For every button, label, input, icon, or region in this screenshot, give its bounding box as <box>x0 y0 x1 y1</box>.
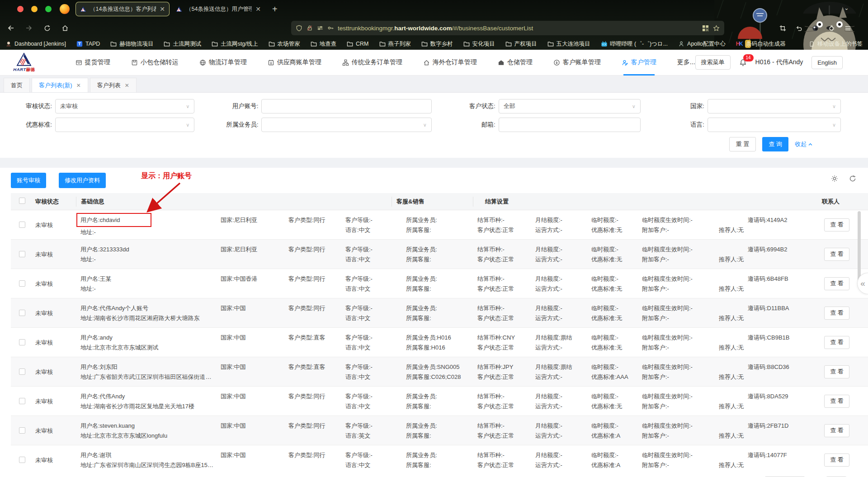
undo-extension-icon[interactable] <box>796 25 802 32</box>
view-button[interactable]: 查看 <box>824 365 849 378</box>
reset-button[interactable]: 重 置 <box>729 137 756 151</box>
bookmark-item[interactable]: 赫德物流项目 <box>110 40 153 48</box>
nav-item[interactable]: 供应商账单管理 <box>268 50 321 76</box>
notification-bell-icon[interactable]: 14 <box>739 59 747 66</box>
window-close-button[interactable] <box>17 6 24 12</box>
home-icon[interactable] <box>58 21 72 35</box>
page-tab-home[interactable]: 首页 <box>4 78 30 92</box>
search-menu-button[interactable]: 搜索菜单 <box>695 55 731 70</box>
bookmark-item[interactable]: HK条码自动生成器 <box>736 40 786 48</box>
view-button[interactable]: 查看 <box>824 336 849 349</box>
tab-close-icon[interactable]: ✕ <box>255 5 261 13</box>
page-tab-customer-list-new[interactable]: 客户列表(新)✕ <box>32 78 88 92</box>
bookmark-item[interactable]: 数字乡村 <box>421 40 453 48</box>
window-zoom-button[interactable] <box>45 6 52 12</box>
sphere-extension-icon[interactable] <box>812 25 819 32</box>
view-button[interactable]: 查看 <box>824 453 849 467</box>
filter-select[interactable]: 未审核∨ <box>55 99 194 113</box>
select-all-checkbox[interactable] <box>19 198 25 204</box>
row-checkbox[interactable] <box>19 457 25 463</box>
window-minimize-button[interactable] <box>31 6 38 12</box>
extensions-puzzle-icon[interactable] <box>828 25 835 32</box>
forward-icon[interactable] <box>22 21 36 35</box>
table-settings-gear-icon[interactable] <box>831 175 838 182</box>
hart-logo[interactable]: HART赫德 <box>11 52 38 73</box>
bookmark-item[interactable]: TAPD <box>76 41 100 47</box>
table-refresh-icon[interactable] <box>849 175 856 182</box>
nav-item[interactable]: 小包仓储转运 <box>131 50 179 76</box>
row-checkbox[interactable] <box>19 251 25 257</box>
browser-tab[interactable]: （14条推送信息）客户列表(新) - 赫✕ <box>76 2 169 16</box>
nav-item[interactable]: 客户账单管理 <box>553 50 601 76</box>
bookmark-item[interactable]: 土流网stg/线上 <box>212 40 258 48</box>
nav-item[interactable]: 提货管理 <box>75 50 110 76</box>
url-text[interactable]: testtrunkbookingmgr.hart-worldwide.com/#… <box>338 25 698 32</box>
collapse-link[interactable]: 收起 <box>795 140 813 148</box>
bookmark-item[interactable]: 土流网测试 <box>164 40 201 48</box>
url-bar[interactable]: testtrunkbookingmgr.hart-worldwide.com/#… <box>291 21 724 35</box>
row-checkbox[interactable] <box>19 427 25 434</box>
filter-input[interactable] <box>261 99 431 113</box>
menu-hamburger-icon[interactable] <box>844 25 851 32</box>
bookmark-item[interactable]: 地查查 <box>311 40 337 48</box>
close-icon[interactable]: ✕ <box>76 82 81 89</box>
tab-close-icon[interactable]: ✕ <box>160 5 165 13</box>
language-button[interactable]: English <box>811 56 843 69</box>
query-button[interactable]: 查 询 <box>762 137 788 151</box>
tab-overflow-chevron-icon[interactable]: ⌄ <box>844 5 849 11</box>
bookmark-item[interactable]: 五大连池项目 <box>547 40 590 48</box>
nav-item[interactable]: 更多... <box>677 50 695 76</box>
shield-icon[interactable] <box>296 25 302 32</box>
screenshot-icon[interactable] <box>779 25 786 32</box>
view-button[interactable]: 查看 <box>824 248 849 261</box>
filter-select[interactable]: ∨ <box>55 118 194 132</box>
reload-icon[interactable] <box>40 21 54 35</box>
bookmark-item[interactable]: 哔哩哔哩 (゜-゜)つロ... <box>601 40 668 48</box>
view-button[interactable]: 查看 <box>824 218 849 231</box>
bookmark-star-icon[interactable] <box>713 25 720 32</box>
view-button[interactable]: 查看 <box>824 307 849 320</box>
vertical-scrollbar[interactable] <box>858 211 861 283</box>
nav-item[interactable]: 物流订单管理 <box>199 50 247 76</box>
edit-user-info-button[interactable]: 修改用户资料 <box>59 173 106 188</box>
row-checkbox[interactable] <box>19 310 25 316</box>
row-checkbox[interactable] <box>19 222 25 228</box>
cell-country: 国家:尼日利亚 <box>216 240 284 269</box>
bookmark-item[interactable]: 农场管家 <box>269 40 300 48</box>
filter-select[interactable]: ∨ <box>708 99 841 113</box>
filter-select[interactable]: ∨ <box>708 118 841 132</box>
new-tab-button[interactable]: + <box>272 4 278 14</box>
browser-tab[interactable]: （54条推送信息）用户管理 - 赫德✕ <box>172 2 265 16</box>
bookmark-item[interactable]: Apollo配置中心 <box>678 40 726 48</box>
row-checkbox[interactable] <box>19 368 25 375</box>
row-checkbox[interactable] <box>19 339 25 345</box>
bookmark-item[interactable]: 燕子到家 <box>379 40 411 48</box>
nav-item[interactable]: 海外仓订单管理 <box>423 50 477 76</box>
key-icon[interactable] <box>327 25 334 31</box>
nav-item[interactable]: 仓储管理 <box>498 50 533 76</box>
filter-select[interactable]: ∨ <box>261 118 431 132</box>
cell-basic-info: 用户名:代伟Andy个人账号 地址:湖南省长沙市雨花区湘府路大桥大塘路东 <box>76 298 216 327</box>
permissions-icon[interactable] <box>317 25 323 31</box>
filter-select[interactable]: 全部∨ <box>499 99 641 113</box>
page-tab-customer-list[interactable]: 客户列表✕ <box>90 78 137 92</box>
row-checkbox[interactable] <box>19 398 25 404</box>
view-button[interactable]: 查看 <box>824 277 849 290</box>
bookmark-item[interactable]: Dashboard [Jenkins] <box>5 41 66 47</box>
bookmark-item[interactable]: 产权项目 <box>505 40 537 48</box>
nav-item[interactable]: 传统业务订单管理 <box>342 50 402 76</box>
bookmark-item[interactable]: 安化项目 <box>463 40 495 48</box>
close-icon[interactable]: ✕ <box>125 82 129 89</box>
back-icon[interactable] <box>4 21 18 35</box>
qr-code-icon[interactable] <box>702 25 709 32</box>
view-button[interactable]: 查看 <box>824 424 849 437</box>
view-button[interactable]: 查看 <box>824 395 849 408</box>
bookmark-item[interactable]: 移动设备上的书签 <box>809 40 863 48</box>
account-audit-button[interactable]: 账号审核 <box>11 173 46 188</box>
bookmark-item[interactable]: CRM <box>347 41 368 47</box>
nav-item[interactable]: 客户管理 <box>622 50 656 76</box>
current-user[interactable]: H016 - 代伟Andy <box>755 58 803 66</box>
row-checkbox[interactable] <box>19 280 25 287</box>
filter-input[interactable] <box>499 118 641 132</box>
lock-disabled-icon[interactable] <box>307 25 313 31</box>
